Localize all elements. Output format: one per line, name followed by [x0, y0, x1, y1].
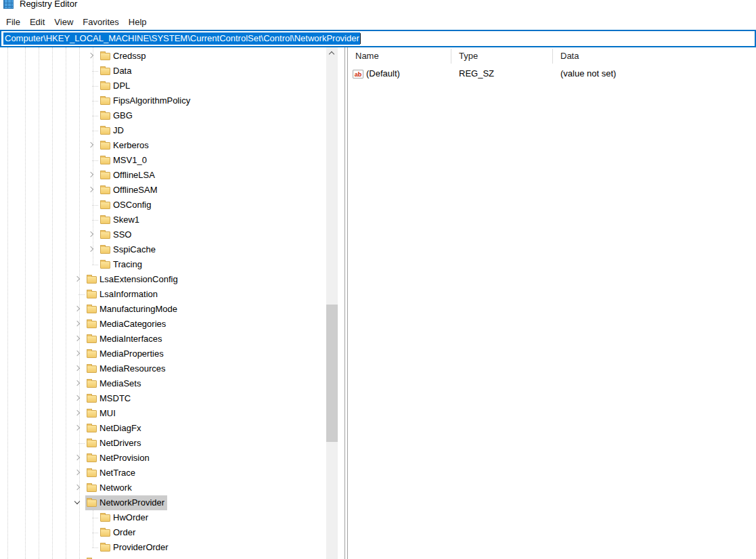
tree-node[interactable]: Order [99, 525, 138, 540]
tree-item-lsaextensionconfig[interactable]: LsaExtensionConfig [0, 272, 326, 287]
tree-node[interactable]: FipsAlgorithmPolicy [99, 93, 193, 108]
tree-item-tracing[interactable]: Tracing [0, 257, 326, 272]
tree-item-mediaproperties[interactable]: MediaProperties [0, 346, 326, 361]
tree-node[interactable]: MediaInterfaces [85, 332, 165, 346]
pane-splitter[interactable] [344, 47, 345, 559]
value-row[interactable]: ab(Default)REG_SZ(value not set) [348, 66, 756, 81]
menu-item-file[interactable]: File [1, 14, 25, 30]
tree-item-gbg[interactable]: GBG [0, 108, 326, 123]
tree-node[interactable]: OfflineSAM [99, 183, 160, 198]
tree-item-sspicache[interactable]: SspiCache [0, 242, 326, 257]
tree-node[interactable]: JD [99, 123, 127, 138]
tree-item-mediainterfaces[interactable]: MediaInterfaces [0, 332, 326, 346]
tree-node[interactable]: GBG [99, 108, 135, 123]
tree-item-fipsalgorithmpolicy[interactable]: FipsAlgorithmPolicy [0, 93, 326, 108]
tree-item-data[interactable]: Data [0, 64, 326, 79]
chevron-right-icon[interactable] [88, 187, 93, 192]
tree-node[interactable]: Tracing [99, 257, 145, 272]
chevron-right-icon[interactable] [88, 142, 93, 148]
chevron-right-icon[interactable] [74, 276, 80, 282]
chevron-right-icon[interactable] [74, 351, 80, 356]
tree-node[interactable]: OfflineLSA [99, 168, 158, 183]
chevron-right-icon[interactable] [74, 380, 80, 386]
tree-node[interactable]: Credssp [99, 49, 148, 64]
tree-item-jd[interactable]: JD [0, 123, 326, 138]
tree-node[interactable]: NetworkSetup2 [85, 555, 162, 559]
column-header-type[interactable]: Type [451, 49, 553, 64]
tree-node[interactable]: NetProvision [85, 451, 152, 466]
tree-item-kerberos[interactable]: Kerberos [0, 138, 326, 153]
tree-node[interactable]: MediaCategories [85, 317, 169, 332]
tree-item-hworder[interactable]: HwOrder [0, 510, 326, 525]
tree-node[interactable]: SSO [99, 227, 134, 242]
tree-item-skew1[interactable]: Skew1 [0, 213, 326, 227]
tree-node[interactable]: Kerberos [99, 138, 152, 153]
tree-node[interactable]: MUI [85, 406, 118, 421]
tree-item-networkprovider[interactable]: NetworkProvider [0, 495, 326, 510]
chevron-right-icon[interactable] [74, 395, 80, 401]
chevron-right-icon[interactable] [88, 231, 93, 237]
address-input-selected-text[interactable]: Computer\HKEY_LOCAL_MACHINE\SYSTEM\Curre… [3, 32, 360, 45]
tree-item-msdtc[interactable]: MSDTC [0, 391, 326, 406]
tree-item-netdrivers[interactable]: NetDrivers [0, 436, 326, 451]
tree-item-osconfig[interactable]: OSConfig [0, 198, 326, 213]
chevron-right-icon[interactable] [74, 470, 80, 475]
tree-node[interactable]: NetDrivers [85, 436, 143, 451]
menu-item-favorites[interactable]: Favorites [78, 14, 123, 30]
chevron-right-icon[interactable] [74, 336, 80, 341]
tree-node[interactable]: MediaProperties [85, 346, 166, 361]
tree-node[interactable]: NetworkProvider [85, 495, 167, 510]
chevron-right-icon[interactable] [74, 485, 80, 490]
tree-node[interactable]: MediaSets [85, 376, 143, 391]
column-header-name[interactable]: Name [348, 49, 451, 64]
chevron-right-icon[interactable] [74, 425, 80, 430]
chevron-right-icon[interactable] [74, 410, 80, 416]
tree-node[interactable]: NetTrace [85, 466, 138, 480]
tree-node[interactable]: Data [99, 64, 134, 79]
chevron-right-icon[interactable] [74, 365, 80, 371]
menu-item-view[interactable]: View [49, 14, 78, 30]
chevron-right-icon[interactable] [74, 306, 80, 311]
tree-node[interactable]: SspiCache [99, 242, 158, 257]
tree-item-dpl[interactable]: DPL [0, 79, 326, 93]
tree-item-netdiagfx[interactable]: NetDiagFx [0, 421, 326, 436]
tree-node[interactable]: MSDTC [85, 391, 133, 406]
address-bar[interactable]: Computer\HKEY_LOCAL_MACHINE\SYSTEM\Curre… [0, 30, 756, 47]
tree-item-providerorder[interactable]: ProviderOrder [0, 540, 326, 555]
chevron-right-icon[interactable] [88, 172, 93, 177]
tree-item-network[interactable]: Network [0, 480, 326, 495]
tree-item-manufacturingmode[interactable]: ManufacturingMode [0, 302, 326, 317]
tree-item-sso[interactable]: SSO [0, 227, 326, 242]
menu-item-edit[interactable]: Edit [25, 14, 49, 30]
tree-item-mediaresources[interactable]: MediaResources [0, 361, 326, 376]
column-header-data[interactable]: Data [553, 49, 756, 64]
tree-item-nettrace[interactable]: NetTrace [0, 466, 326, 480]
tree-item-offlinelsa[interactable]: OfflineLSA [0, 168, 326, 183]
registry-tree[interactable]: CredsspDataDPLFipsAlgorithmPolicyGBGJDKe… [0, 47, 326, 559]
tree-node[interactable]: OSConfig [99, 198, 154, 213]
tree-scrollbar[interactable] [326, 47, 338, 559]
chevron-right-icon[interactable] [74, 321, 80, 326]
tree-node[interactable]: MediaResources [85, 361, 169, 376]
scroll-up-button[interactable] [326, 47, 338, 59]
tree-item-order[interactable]: Order [0, 525, 326, 540]
chevron-right-icon[interactable] [88, 53, 93, 58]
chevron-down-icon[interactable] [74, 499, 80, 504]
tree-node[interactable]: LsaExtensionConfig [85, 272, 181, 287]
tree-node[interactable]: Network [85, 480, 135, 495]
menu-item-help[interactable]: Help [124, 14, 152, 30]
chevron-right-icon[interactable] [74, 455, 80, 460]
tree-node[interactable]: ProviderOrder [99, 540, 171, 555]
tree-item-mediacategories[interactable]: MediaCategories [0, 317, 326, 332]
tree-node[interactable]: DPL [99, 79, 133, 93]
tree-item-networksetup2[interactable]: NetworkSetup2 [0, 555, 326, 559]
scroll-thumb[interactable] [326, 305, 338, 442]
tree-item-netprovision[interactable]: NetProvision [0, 451, 326, 466]
tree-item-credssp[interactable]: Credssp [0, 49, 326, 64]
tree-node[interactable]: LsaInformation [85, 287, 160, 302]
chevron-right-icon[interactable] [88, 246, 93, 252]
tree-item-mui[interactable]: MUI [0, 406, 326, 421]
tree-item-offlinesam[interactable]: OfflineSAM [0, 183, 326, 198]
tree-node[interactable]: ManufacturingMode [85, 302, 180, 317]
tree-node[interactable]: HwOrder [99, 510, 151, 525]
